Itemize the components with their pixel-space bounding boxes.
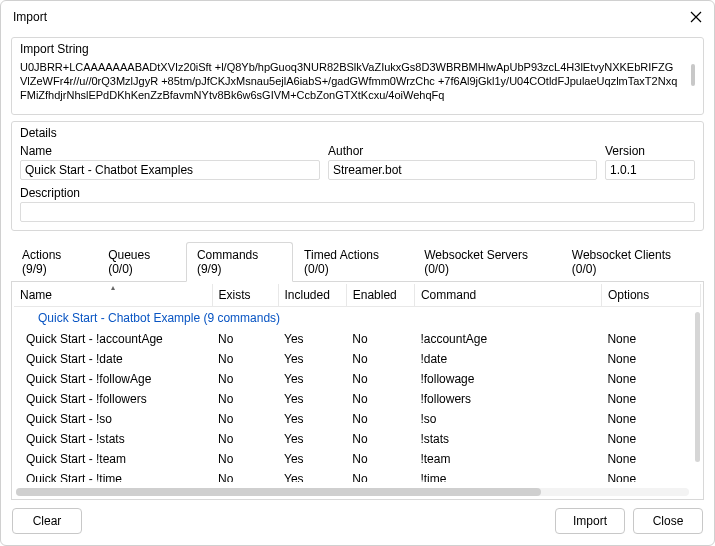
cell-included: Yes [278,389,346,409]
sort-asc-icon: ▴ [111,284,115,292]
horizontal-scrollbar-thumb[interactable] [16,488,541,496]
col-name-label: Name [20,288,52,302]
cell-options: None [601,389,700,409]
cell-enabled: No [346,409,414,429]
tab-websocket-clients-label: Websocket Clients (0/0) [572,248,671,276]
close-button-label: Close [653,514,684,528]
author-value: Streamer.bot [333,163,402,177]
window-title: Import [13,10,47,24]
cell-name: Quick Start - !date [14,349,212,369]
col-enabled-label: Enabled [353,288,397,302]
cell-name: Quick Start - !accountAge [14,329,212,349]
commands-table-wrap: ▴Name Exists Included Enabled Command Op… [11,282,704,500]
cell-options: None [601,329,700,349]
col-exists-label: Exists [219,288,251,302]
table-row[interactable]: Quick Start - !accountAgeNoYesNo!account… [14,329,701,349]
import-string-scrollbar[interactable] [691,64,695,86]
col-command[interactable]: Command [414,284,601,307]
close-icon[interactable] [688,9,704,25]
table-row[interactable]: Quick Start - !followAgeNoYesNo!followag… [14,369,701,389]
name-value: Quick Start - Chatbot Examples [25,163,193,177]
footer: Clear Import Close [0,498,715,546]
cell-enabled: No [346,429,414,449]
cell-enabled: No [346,389,414,409]
author-label: Author [328,144,597,158]
cell-exists: No [212,369,278,389]
cell-exists: No [212,409,278,429]
cell-name: Quick Start - !so [14,409,212,429]
import-button-label: Import [573,514,607,528]
import-string-label: Import String [20,42,695,56]
version-field[interactable]: 1.0.1 [605,160,695,180]
import-string-textarea[interactable]: U0JBRR+LCAAAAAAABADtXVIz20iSft +l/Q8Yb/h… [20,60,695,106]
col-name[interactable]: ▴Name [14,284,212,307]
close-button[interactable]: Close [633,508,703,534]
cell-command: !date [414,349,601,369]
cell-options: None [601,449,700,469]
tab-websocket-clients[interactable]: Websocket Clients (0/0) [561,242,704,282]
cell-options: None [601,429,700,449]
version-value: 1.0.1 [610,163,637,177]
table-row[interactable]: Quick Start - !soNoYesNo!soNone [14,409,701,429]
import-string-group: Import String U0JBRR+LCAAAAAAABADtXVIz20… [11,37,704,115]
cell-command: !accountAge [414,329,601,349]
tab-commands-label: Commands (9/9) [197,248,258,276]
import-string-value: U0JBRR+LCAAAAAAABADtXVIz20iSft +l/Q8Yb/h… [20,61,677,101]
cell-included: Yes [278,469,346,482]
tabs: Actions (9/9) Queues (0/0) Commands (9/9… [11,241,704,282]
cell-exists: No [212,429,278,449]
import-button[interactable]: Import [555,508,625,534]
col-options[interactable]: Options [601,284,700,307]
tab-websocket-servers[interactable]: Websocket Servers (0/0) [413,242,561,282]
cell-exists: No [212,329,278,349]
version-label: Version [605,144,695,158]
col-command-label: Command [421,288,476,302]
tab-timed-actions[interactable]: Timed Actions (0/0) [293,242,413,282]
cell-name: Quick Start - !time [14,469,212,482]
clear-button-label: Clear [33,514,62,528]
clear-button[interactable]: Clear [12,508,82,534]
cell-included: Yes [278,409,346,429]
cell-options: None [601,349,700,369]
cell-name: Quick Start - !stats [14,429,212,449]
cell-included: Yes [278,329,346,349]
cell-exists: No [212,469,278,482]
tab-actions-label: Actions (9/9) [22,248,61,276]
col-included-label: Included [285,288,330,302]
col-included[interactable]: Included [278,284,346,307]
tab-queues[interactable]: Queues (0/0) [97,242,186,282]
table-row[interactable]: Quick Start - !followersNoYesNo!follower… [14,389,701,409]
col-enabled[interactable]: Enabled [346,284,414,307]
cell-name: Quick Start - !followAge [14,369,212,389]
author-field[interactable]: Streamer.bot [328,160,597,180]
cell-command: !so [414,409,601,429]
cell-command: !stats [414,429,601,449]
cell-command: !followage [414,369,601,389]
cell-name: Quick Start - !team [14,449,212,469]
tab-websocket-servers-label: Websocket Servers (0/0) [424,248,528,276]
commands-table: ▴Name Exists Included Enabled Command Op… [14,284,701,482]
cell-included: Yes [278,429,346,449]
name-field[interactable]: Quick Start - Chatbot Examples [20,160,320,180]
cell-options: None [601,369,700,389]
table-row[interactable]: Quick Start - !teamNoYesNo!teamNone [14,449,701,469]
details-group-label: Details [20,126,695,140]
tab-commands[interactable]: Commands (9/9) [186,242,293,282]
table-row[interactable]: Quick Start - !dateNoYesNo!dateNone [14,349,701,369]
table-row[interactable]: Quick Start - !statsNoYesNo!statsNone [14,429,701,449]
description-field[interactable] [20,202,695,222]
vertical-scrollbar[interactable] [695,312,700,462]
cell-enabled: No [346,349,414,369]
tab-actions[interactable]: Actions (9/9) [11,242,97,282]
cell-options: None [601,469,700,482]
col-exists[interactable]: Exists [212,284,278,307]
col-options-label: Options [608,288,649,302]
table-row[interactable]: Quick Start - !timeNoYesNo!timeNone [14,469,701,482]
horizontal-scrollbar-track[interactable] [16,488,689,496]
cell-enabled: No [346,369,414,389]
cell-exists: No [212,449,278,469]
cell-enabled: No [346,449,414,469]
table-group-row[interactable]: Quick Start - Chatbot Example (9 command… [14,307,701,330]
table-group-title: Quick Start - Chatbot Example (9 command… [14,307,701,330]
cell-exists: No [212,389,278,409]
